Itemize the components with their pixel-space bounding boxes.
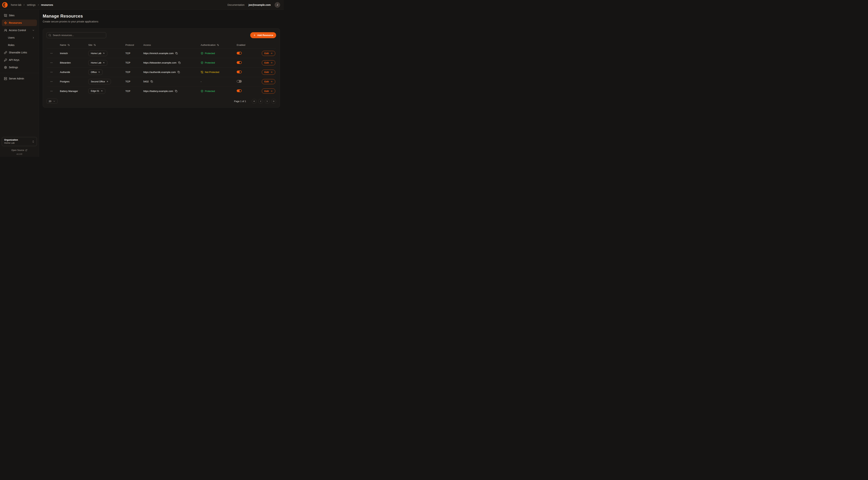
sidebar-item-server-admin[interactable]: Server Admin (2, 75, 37, 82)
sidebar-item-api-keys[interactable]: API Keys (2, 57, 37, 63)
ellipsis-icon (50, 71, 53, 73)
copy-button[interactable] (151, 80, 153, 83)
key-icon (4, 58, 7, 62)
app-version: v1.3.0 (2, 153, 37, 155)
copy-icon (178, 62, 181, 64)
row-actions-menu-button[interactable] (48, 61, 55, 64)
first-page-button[interactable] (252, 99, 256, 104)
authentication-status: Not Protected (201, 71, 237, 73)
users-icon (4, 29, 7, 32)
site-link-button[interactable]: Edge 01 (88, 88, 105, 94)
server-icon (4, 77, 7, 80)
edit-button[interactable]: Edit (262, 60, 275, 65)
authentication-status: Protected (201, 61, 237, 64)
arrow-right-icon (270, 80, 273, 83)
open-source-link[interactable]: Open Source (11, 149, 28, 151)
shield-check-icon (201, 52, 204, 55)
resource-name: Immich (60, 52, 88, 55)
breadcrumb: home-lab settings resources (11, 3, 53, 6)
previous-page-button[interactable] (258, 99, 263, 104)
organization-name: Home Lab (4, 142, 32, 145)
ellipsis-icon (50, 90, 53, 92)
resource-name: Battery Manager (60, 90, 88, 92)
arrow-right-icon (270, 71, 273, 73)
edit-button[interactable]: Edit (262, 51, 275, 56)
page-size-select[interactable]: 20 (46, 99, 58, 104)
plus-icon (253, 34, 256, 36)
pangolin-logo (1, 1, 8, 8)
access-value: https://battery.example.com (143, 90, 173, 92)
organization-selector[interactable]: Organization Home Lab (2, 137, 37, 146)
copy-button[interactable] (175, 90, 177, 92)
chevron-left-icon (259, 100, 262, 102)
resource-name: Bitwarden (60, 61, 88, 64)
copy-button[interactable] (175, 52, 178, 55)
next-page-button[interactable] (265, 99, 270, 104)
site-link-button[interactable]: Home Lab (88, 51, 107, 56)
row-actions-menu-button[interactable] (48, 71, 55, 73)
column-header-enabled: Enabled (237, 43, 262, 46)
protocol-value: TCP (125, 52, 143, 55)
arrow-right-icon (270, 52, 273, 55)
copy-button[interactable] (178, 62, 181, 64)
site-link-button[interactable]: Office (88, 69, 102, 75)
chevron-down-icon (53, 100, 55, 102)
top-bar: home-lab settings resources Documentatio… (0, 0, 284, 10)
enabled-toggle[interactable] (237, 70, 242, 73)
resource-row: Bitwarden Home Lab TCP https://bitwarden… (46, 58, 276, 67)
chevron-right-icon (266, 100, 268, 102)
breadcrumb-settings[interactable]: settings (27, 3, 35, 6)
row-actions-menu-button[interactable] (48, 52, 55, 55)
protocol-value: TCP (125, 80, 143, 83)
sidebar-item-resources[interactable]: Resources (2, 20, 37, 26)
site-link-button[interactable]: Second Office (88, 79, 111, 84)
copy-icon (178, 71, 180, 73)
resources-icon (4, 21, 7, 24)
user-email[interactable]: joe@example.com (248, 3, 271, 6)
access-value: 5432 (143, 80, 149, 83)
copy-icon (175, 52, 178, 55)
column-header-site[interactable]: Site (88, 43, 125, 46)
breadcrumb-org[interactable]: home-lab (11, 3, 21, 6)
avatar[interactable]: J (275, 2, 280, 8)
site-link-button[interactable]: Home Lab (88, 60, 107, 65)
row-actions-menu-button[interactable] (48, 80, 55, 83)
documentation-link[interactable]: Documentation (227, 3, 244, 6)
access-value: https://immich.example.com (143, 52, 174, 55)
resource-name: Postgres (60, 80, 88, 83)
shield-check-icon (201, 61, 204, 64)
sidebar-item-access-control[interactable]: Access Control (2, 27, 37, 33)
arrow-right-icon (270, 62, 273, 64)
copy-button[interactable] (178, 71, 180, 73)
sidebar-item-settings[interactable]: Settings (2, 64, 37, 70)
search-input[interactable] (46, 32, 106, 38)
arrow-up-right-icon (102, 52, 105, 55)
edit-button[interactable]: Edit (262, 89, 275, 94)
sidebar-item-users[interactable]: Users (2, 34, 37, 41)
sidebar-item-sites[interactable]: Sites (2, 12, 37, 19)
last-page-button[interactable] (271, 99, 276, 104)
protocol-value: TCP (125, 90, 143, 92)
enabled-toggle[interactable] (237, 80, 242, 83)
sort-icon (217, 44, 219, 46)
table-header: Name Site Protocol Access Authentication… (46, 41, 276, 49)
enabled-toggle[interactable] (237, 52, 242, 55)
edit-button[interactable]: Edit (262, 70, 275, 75)
chevron-down-icon (32, 29, 35, 32)
column-header-authentication[interactable]: Authentication (201, 43, 237, 46)
edit-button[interactable]: Edit (262, 79, 275, 84)
arrow-up-right-icon (102, 62, 105, 64)
sidebar-item-shareable-links[interactable]: Shareable Links (2, 49, 37, 56)
sidebar-item-roles[interactable]: Roles (2, 42, 37, 48)
resource-row: Authentik Office TCP https://authentik.e… (46, 67, 276, 77)
column-header-name[interactable]: Name (60, 43, 88, 46)
enabled-toggle[interactable] (237, 89, 242, 92)
column-header-protocol: Protocol (125, 43, 143, 46)
resources-card: Add Resource Name Site Protocol Access A… (43, 28, 280, 108)
add-resource-button[interactable]: Add Resource (250, 32, 276, 38)
enabled-toggle[interactable] (237, 61, 242, 64)
arrow-right-icon (270, 90, 273, 92)
search-box (46, 32, 106, 38)
row-actions-menu-button[interactable] (48, 90, 55, 92)
protocol-value: TCP (125, 71, 143, 73)
